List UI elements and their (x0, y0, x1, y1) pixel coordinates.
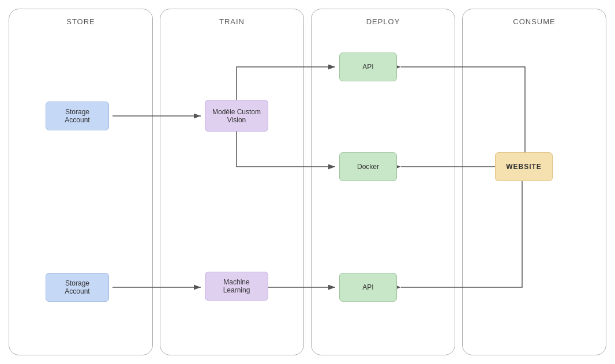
api-bottom: API (339, 273, 397, 302)
modele-custom-vision: Modèle Custom Vision (205, 100, 268, 132)
column-store: STORE (9, 9, 153, 355)
diagram-container: STORE TRAIN DEPLOY CONSUME (0, 0, 615, 364)
column-train: TRAIN (160, 9, 304, 355)
column-consume: CONSUME (462, 9, 606, 355)
storage-account-top: Storage Account (46, 102, 109, 130)
column-deploy-title: DEPLOY (312, 9, 455, 26)
columns-wrapper: STORE TRAIN DEPLOY CONSUME (9, 9, 606, 355)
api-top: API (339, 52, 397, 81)
column-train-title: TRAIN (160, 9, 303, 26)
docker: Docker (339, 152, 397, 181)
storage-account-bottom: Storage Account (46, 273, 109, 302)
column-store-title: STORE (9, 9, 152, 26)
machine-learning: Machine Learning (205, 272, 268, 301)
website: WEBSITE (495, 152, 553, 181)
column-consume-title: CONSUME (463, 9, 606, 26)
